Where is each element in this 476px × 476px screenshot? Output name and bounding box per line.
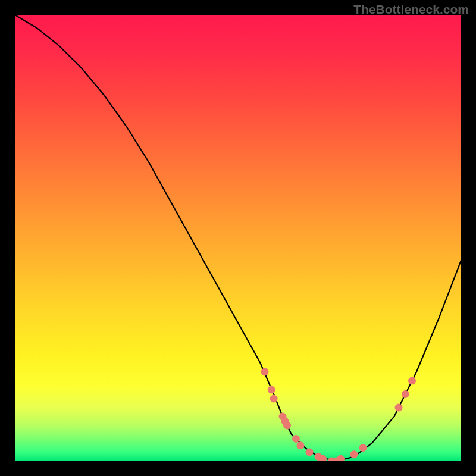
scatter-point bbox=[268, 386, 275, 394]
scatter-points-group bbox=[261, 368, 416, 462]
scatter-point bbox=[292, 435, 300, 443]
chart-svg bbox=[15, 15, 461, 461]
scatter-point bbox=[270, 395, 278, 403]
scatter-point bbox=[408, 377, 416, 385]
plot-area bbox=[15, 15, 461, 461]
scatter-point bbox=[283, 422, 291, 430]
scatter-point bbox=[359, 444, 367, 452]
scatter-point bbox=[395, 404, 403, 412]
watermark-text: TheBottleneck.com bbox=[353, 2, 469, 17]
scatter-point bbox=[350, 450, 358, 458]
scatter-point bbox=[261, 368, 269, 376]
bottleneck-curve-line bbox=[15, 15, 461, 461]
scatter-point bbox=[402, 390, 409, 398]
scatter-point bbox=[297, 441, 305, 449]
scatter-point bbox=[337, 455, 345, 461]
scatter-point bbox=[306, 449, 314, 456]
